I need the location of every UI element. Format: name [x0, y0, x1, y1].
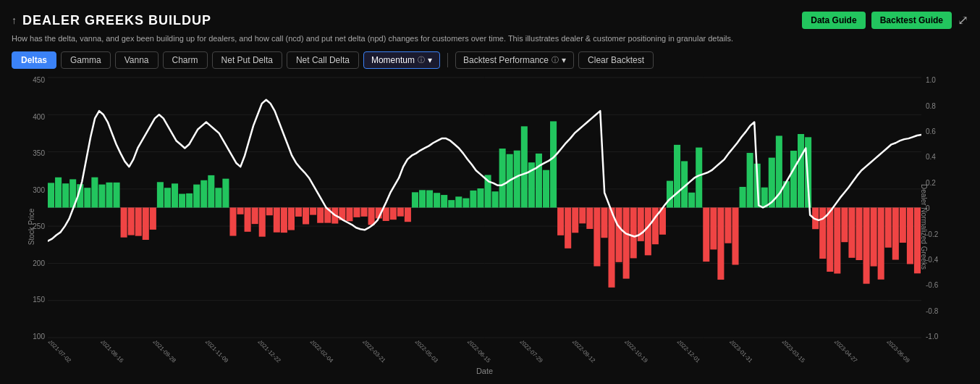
clear-backtest-button[interactable]: Clear Backtest [578, 51, 654, 69]
x-axis: Date [48, 341, 921, 378]
page-title: DEALER GREEKS BUILDUP [22, 13, 211, 28]
y-axis-right-label: Dealer Normalized Greeks [921, 184, 929, 270]
data-guide-button[interactable]: Data Guide [802, 12, 865, 29]
x-axis-label: Date [48, 367, 921, 375]
tab-charm[interactable]: Charm [163, 51, 208, 69]
backtest-label: Backtest Performance [463, 55, 549, 65]
fullscreen-button[interactable]: ⤢ [958, 12, 968, 28]
page-subtitle: How has the delta, vanna, and gex been b… [12, 33, 968, 44]
divider [447, 53, 448, 67]
x-axis-canvas [48, 341, 921, 367]
backtest-performance-button[interactable]: Backtest Performance ⓘ ▾ [455, 51, 574, 69]
info-icon: ⓘ [418, 55, 425, 65]
tab-net-put-delta[interactable]: Net Put Delta [212, 51, 282, 69]
chevron-down-icon-backtest: ▾ [562, 55, 566, 65]
chevron-down-icon: ▾ [428, 55, 432, 65]
chart-canvas-container [48, 75, 921, 341]
tab-vanna[interactable]: Vanna [115, 51, 159, 69]
toolbar: Deltas Gamma Vanna Charm Net Put Delta N… [12, 51, 968, 69]
backtest-guide-button[interactable]: Backtest Guide [871, 12, 952, 29]
tab-net-call-delta[interactable]: Net Call Delta [287, 51, 359, 69]
tab-deltas[interactable]: Deltas [12, 51, 56, 69]
expand-icon: ↑ [12, 14, 17, 26]
y-axis-left-label: Stock Price [28, 208, 35, 245]
info-icon-backtest: ⓘ [552, 55, 559, 65]
momentum-button[interactable]: Momentum ⓘ ▾ [363, 51, 440, 69]
main-chart [48, 75, 921, 341]
momentum-label: Momentum [371, 55, 415, 65]
y-axis-right: 1.0 0.8 0.6 0.4 0.2 0 -0.2 -0.4 -0.6 -0.… [921, 75, 968, 341]
tab-gamma[interactable]: Gamma [61, 51, 111, 69]
